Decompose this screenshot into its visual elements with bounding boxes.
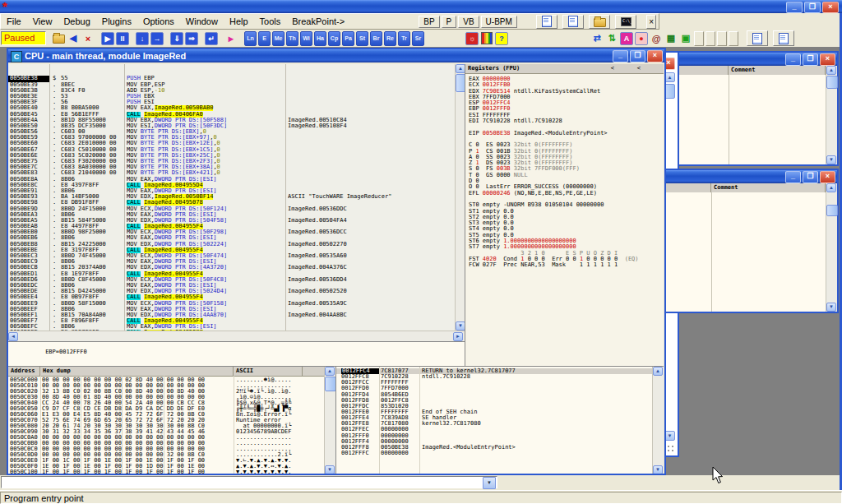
dump-pane[interactable]: Address Hex dump ASCII 0050C00000 00 00 … [8, 366, 335, 474]
open-folder-icon[interactable] [589, 15, 610, 29]
disasm-row[interactable]: 0050BE3E.53PUSH EBX [8, 94, 455, 99]
toolbar-letter-button-me[interactable]: Me [272, 31, 285, 46]
disasm-row[interactable]: 0050BEB0.8B0D 98F25000MOV ECX,DWORD PTR … [8, 229, 455, 235]
scroll-left-icon[interactable]: ◄ [8, 332, 18, 341]
register-line[interactable]: EIP 0050BE38 ImageRed.<ModuleEntryPoint> [469, 131, 664, 136]
maximize-button[interactable]: ❐ [803, 53, 818, 66]
minimize-button[interactable]: _ [785, 171, 801, 183]
disasm-row[interactable]: 0050BEB6.8B06MOV EAX,DWORD PTR DS:[ESI] [8, 235, 455, 241]
register-line[interactable]: FCW 027F Prec NEAR,53 Mask 1 1 1 1 1 1 [469, 262, 664, 268]
disasm-row[interactable]: 0050BE40.B8 B0BA5000MOV EAX,ImageRed.005… [8, 105, 455, 111]
disasm-row[interactable]: 0050BEA3.8B06MOV EAX,DWORD PTR DS:[ESI] [8, 212, 455, 218]
menu-item-breakpoint[interactable]: BreakPoint-> [286, 15, 350, 28]
disasm-row[interactable]: 0050BEF1.8B15 70A84A00MOV EDX,DWORD PTR … [8, 312, 455, 318]
close-button[interactable]: × [820, 171, 835, 183]
toolbar-letter-button-st[interactable]: St [356, 31, 368, 46]
collapse-left-icon2[interactable]: < [637, 64, 641, 73]
disasm-row[interactable]: 0050BEBE.E8 3197F8FFCALL ImageRed.004955… [8, 247, 455, 253]
main-titlebar[interactable]: * _ ❐ × [0, 0, 842, 13]
disasm-row[interactable]: 0050BE7C.C683 8A030000 00MOV BYTE PTR DS… [8, 164, 455, 170]
disasm-row[interactable]: 0050BE9D.8B0D 24F15000MOV ECX,DWORD PTR … [8, 206, 455, 212]
scroll-down-icon[interactable]: ▼ [826, 303, 836, 312]
scroll-up-icon[interactable]: ▲ [826, 66, 836, 75]
green-window-icon[interactable]: ▣ [679, 32, 692, 45]
step-into-icon[interactable]: ↓ [136, 32, 149, 45]
dots-grid-icon[interactable]: ▦ [664, 32, 678, 45]
toolbar-separator-button[interactable] [717, 31, 727, 46]
copy-page-icon[interactable] [536, 15, 557, 29]
toolbar-letter-button-sr[interactable]: Sr [412, 31, 424, 46]
disasm-row[interactable]: 0050BED1.E8 1E97F8FFCALL ImageRed.004955… [8, 271, 455, 277]
help-icon[interactable]: ? [495, 32, 508, 45]
chevron-down-icon[interactable]: ▼ [483, 477, 496, 489]
disasm-row[interactable]: 0050BECB.8B15 20374A00MOV EDX,DWORD PTR … [8, 265, 455, 270]
toolbar-separator-button[interactable] [729, 31, 738, 46]
maximize-button[interactable]: ❐ [803, 171, 818, 183]
disasm-row[interactable]: 0050BED6.8B0D C8F45000MOV ECX,DWORD PTR … [8, 277, 455, 283]
menu-item-help[interactable]: Help [224, 15, 254, 28]
disasm-row[interactable]: 0050BEE4.E8 0B97F8FFCALL ImageRed.004955… [8, 294, 455, 300]
disasm-row[interactable]: 0050BE60.C683 2E010000 00MOV BYTE PTR DS… [8, 141, 455, 146]
toolbar-separator-button[interactable] [706, 31, 715, 46]
disasm-row[interactable]: 0050BE6E.C683 5C020000 00MOV BYTE PTR DS… [8, 153, 455, 159]
stack-row[interactable]: 0012FFFC00000000 [336, 451, 664, 456]
register-line[interactable]: T 0 GS 0000 NULL [469, 173, 664, 178]
toolbar-letter-button-th[interactable]: Th [286, 31, 298, 46]
close-process-icon[interactable]: × [81, 32, 95, 45]
disasm-row[interactable]: 0050BE38$55PUSH EBP [8, 76, 455, 81]
register-line[interactable]: EFL 00000246 (NO,NB,E,BE,NS,PE,GE,LE) [469, 191, 664, 197]
scroll-down-icon[interactable]: ▼ [826, 155, 836, 164]
scroll-down-icon[interactable]: ▼ [653, 465, 663, 474]
comment-vscrollbar[interactable]: ▲ ▼ [826, 183, 837, 312]
disasm-row[interactable]: 0050BEF7.E8 F896F8FFCALL ImageRed.004955… [8, 318, 455, 324]
toolbar-separator-button[interactable] [694, 31, 704, 46]
menu-item-options[interactable]: Options [137, 15, 180, 28]
comment-vscrollbar[interactable]: ▲ ▼ [826, 66, 837, 164]
collapse-left-icon[interactable]: < [611, 64, 614, 73]
close-button[interactable]: × [822, 2, 839, 13]
disasm-row[interactable]: 0050BEDC.8B06MOV EAX,DWORD PTR DS:[ESI] [8, 283, 455, 289]
disasm-row[interactable]: 0050BE8A.8B06MOV EAX,DWORD PTR DS:[ESI] [8, 177, 455, 183]
disasm-row[interactable]: 0050BE67.C683 C5010000 00MOV BYTE PTR DS… [8, 147, 455, 153]
stack-vscrollbar[interactable]: ▲ ▼ [652, 367, 664, 474]
command-input[interactable] [2, 478, 486, 488]
disasm-row[interactable]: 0050BE59.C683 97000000 00MOV BYTE PTR DS… [8, 135, 455, 141]
menu-item-plugins[interactable]: Plugins [96, 15, 137, 28]
menubar-close-button[interactable]: × [646, 15, 656, 29]
toolbar-letter-button-ha[interactable]: Ha [314, 31, 326, 46]
toolbar-letter-button-wi[interactable]: Wi [300, 31, 312, 46]
comment-window-top-titlebar[interactable]: _ ❐ × [679, 53, 837, 66]
toolbar-letter-button-tr[interactable]: Tr [398, 31, 410, 46]
menu-button-p[interactable]: P [442, 16, 457, 28]
letter-a-icon[interactable]: A [620, 32, 633, 45]
comment-window-bottom-titlebar[interactable]: _ ❐ × [665, 170, 837, 183]
notepad-icon[interactable] [562, 15, 584, 29]
cpu-close-button[interactable]: × [647, 50, 663, 62]
spiral-icon[interactable]: @ [650, 32, 663, 45]
disasm-row[interactable]: 0050BEB8.8B15 24225000MOV EDX,DWORD PTR … [8, 242, 455, 247]
disasm-row[interactable]: 0050BE50.8B35 DCF35000MOV ESI,DWORD PTR … [8, 123, 455, 129]
disasm-row[interactable]: 0050BEC9.8B06MOV EAX,DWORD PTR DS:[ESI] [8, 259, 455, 265]
disassembly-pane[interactable]: 0050BE38$55PUSH EBP0050BE39.8BECMOV EBP,… [8, 64, 455, 331]
disasm-row[interactable]: 0050BE4A.8B1D 88F55000MOV EBX,DWORD PTR … [8, 118, 455, 123]
menu-item-view[interactable]: View [27, 15, 58, 28]
registers-pane[interactable]: Registers (FPU) < < EAX 00000000ECX 0012… [465, 64, 664, 366]
menu-button-bp[interactable]: BP [419, 16, 439, 28]
menu-item-window[interactable]: Window [180, 15, 224, 28]
scroll-up-icon[interactable]: ▲ [826, 183, 836, 192]
disasm-row[interactable]: 0050BE3F.56PUSH ESI [8, 99, 455, 105]
swap-arrows-icon[interactable]: ⇄ [590, 32, 604, 45]
register-line[interactable]: EDI 7C910228 ntdll.7C910228 [469, 118, 664, 124]
menu-item-debug[interactable]: Debug [58, 15, 95, 28]
console-icon[interactable]: C:\_ [615, 15, 636, 29]
menu-button-ubpm[interactable]: U-BPM [481, 16, 517, 28]
scrollbar-thumb[interactable] [826, 76, 838, 89]
options-gear-icon[interactable]: ☼ [465, 32, 479, 45]
list-page-icon[interactable] [773, 30, 794, 46]
disasm-row[interactable]: 0050BEFC.8B06MOV EAX,DWORD PTR DS:[ESI] [8, 324, 455, 330]
restore-button[interactable]: ❐ [804, 2, 821, 13]
disasm-row[interactable]: 0050BEC3.8B0D 74F45000MOV ECX,DWORD PTR … [8, 253, 455, 259]
disasm-row[interactable]: 0050BE8C.E8 4397F8FFCALL ImageRed.004955… [8, 183, 455, 188]
scroll-right-icon[interactable]: ► [453, 332, 463, 341]
toolbar-letter-button-re[interactable]: Re [384, 31, 396, 46]
